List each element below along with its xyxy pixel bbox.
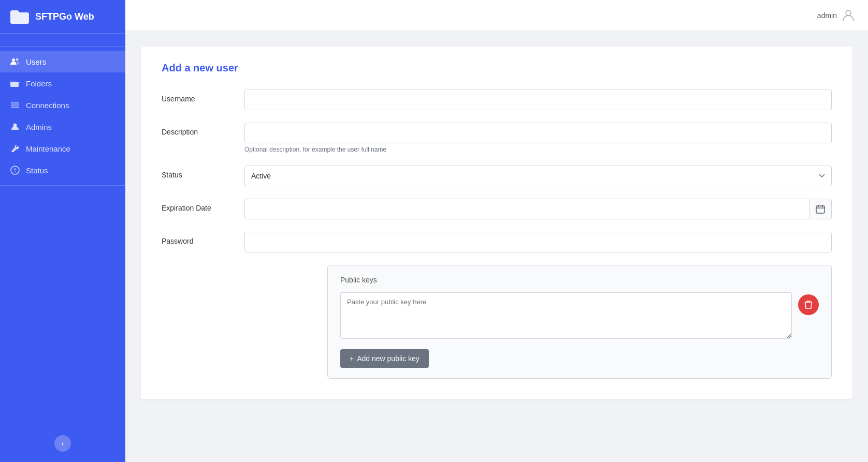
description-hint: Optional description, for example the us… <box>244 146 832 153</box>
sidebar-item-users-label: Users <box>26 57 46 66</box>
public-keys-title: Public keys <box>340 276 819 284</box>
password-input[interactable] <box>244 232 832 252</box>
content-area: Add a new user Username Description Opti… <box>125 31 868 462</box>
sidebar-item-maintenance[interactable]: Maintenance <box>0 138 125 159</box>
plus-icon: + <box>350 354 354 363</box>
svg-rect-11 <box>816 206 824 213</box>
folders-icon <box>10 79 20 88</box>
expiration-date-row: Expiration Date <box>162 199 832 219</box>
expiration-date-label: Expiration Date <box>162 199 244 212</box>
public-keys-row: Public keys + Add new public key <box>162 265 832 379</box>
sidebar-item-connections[interactable]: Connections <box>0 94 125 116</box>
svg-point-9 <box>15 172 16 173</box>
calendar-button[interactable] <box>809 199 832 219</box>
description-label: Description <box>162 123 244 136</box>
status-field: Active Inactive <box>244 166 832 186</box>
nav-divider-bottom <box>0 185 125 186</box>
status-row: Status Active Inactive <box>162 166 832 186</box>
topbar-username: admin <box>817 11 837 20</box>
form-card: Add a new user Username Description Opti… <box>141 47 852 399</box>
expiration-date-field <box>244 199 832 219</box>
sidebar-item-admins[interactable]: Admins <box>0 116 125 138</box>
sidebar-nav: Users Folders Connections <box>0 34 125 435</box>
expiration-wrapper <box>244 199 832 219</box>
sidebar-header: SFTPGo Web <box>0 0 125 34</box>
add-key-label: Add new public key <box>357 354 419 363</box>
trash-icon <box>804 300 813 309</box>
admins-icon <box>10 122 20 131</box>
status-label: Status <box>162 166 244 179</box>
add-public-key-button[interactable]: + Add new public key <box>340 349 429 368</box>
svg-point-10 <box>846 10 851 16</box>
public-keys-container: Public keys + Add new public key <box>244 265 832 379</box>
user-avatar-icon <box>841 8 856 23</box>
topbar: admin <box>125 0 868 31</box>
svg-rect-2 <box>10 82 19 87</box>
nav-divider-top <box>0 46 125 47</box>
status-select[interactable]: Active Inactive <box>244 166 832 186</box>
svg-point-1 <box>16 58 19 61</box>
password-field <box>244 232 832 252</box>
topbar-user: admin <box>817 8 856 23</box>
sidebar-collapse-button[interactable]: ‹ <box>54 435 71 452</box>
sidebar-item-admins-label: Admins <box>26 123 52 131</box>
app-title: SFTPGo Web <box>35 11 94 22</box>
sidebar-item-maintenance-label: Maintenance <box>26 144 70 153</box>
svg-point-0 <box>12 58 15 62</box>
sidebar-item-status-label: Status <box>26 166 48 175</box>
username-input[interactable] <box>244 90 832 110</box>
status-icon <box>10 166 20 175</box>
calendar-icon <box>816 204 825 214</box>
description-field: Optional description, for example the us… <box>244 123 832 153</box>
key-row <box>340 292 819 339</box>
password-label: Password <box>162 232 244 245</box>
connections-icon <box>10 100 20 110</box>
sidebar-item-status[interactable]: Status <box>0 159 125 181</box>
expiration-date-input[interactable] <box>244 199 809 219</box>
main-area: admin Add a new user Username Descriptio… <box>125 0 868 462</box>
sidebar-item-users[interactable]: Users <box>0 51 125 72</box>
username-field <box>244 90 832 110</box>
sidebar-item-folders-label: Folders <box>26 79 52 88</box>
sidebar-item-connections-label: Connections <box>26 101 69 110</box>
page-title: Add a new user <box>162 62 832 74</box>
username-row: Username <box>162 90 832 110</box>
username-label: Username <box>162 90 244 103</box>
chevron-left-icon: ‹ <box>62 439 64 448</box>
maintenance-icon <box>10 144 20 153</box>
users-icon <box>10 57 20 66</box>
password-row: Password <box>162 232 832 252</box>
public-keys-section: Public keys + Add new public key <box>327 265 832 379</box>
description-row: Description Optional description, for ex… <box>162 123 832 153</box>
public-key-textarea[interactable] <box>340 292 792 339</box>
sidebar-item-folders[interactable]: Folders <box>0 72 125 94</box>
sidebar: SFTPGo Web Users Folders <box>0 0 125 462</box>
folder-icon <box>10 9 29 24</box>
delete-key-button[interactable] <box>798 294 819 315</box>
description-input[interactable] <box>244 123 832 143</box>
